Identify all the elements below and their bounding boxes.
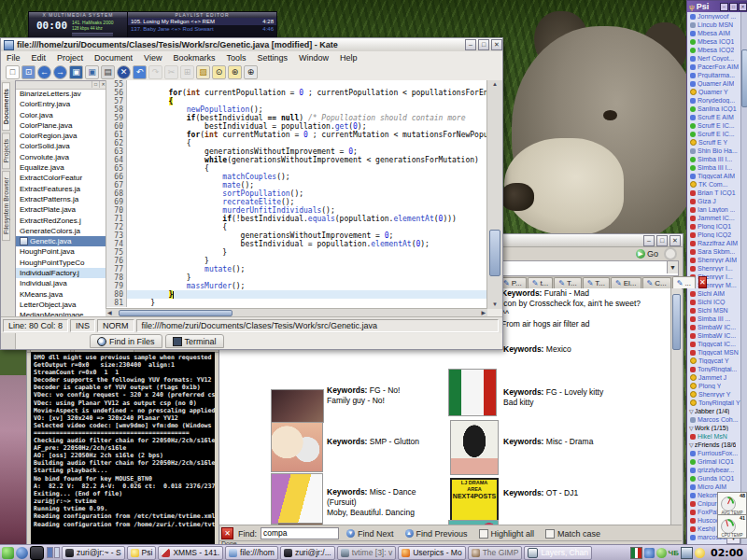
roster-contact[interactable]: Giza J <box>687 197 741 205</box>
firefox-scrollbar[interactable] <box>670 288 682 525</box>
browser-tab[interactable]: ✎t... <box>528 277 554 288</box>
roster-contact[interactable]: SimbaW IC... <box>687 331 741 340</box>
file-item[interactable]: Color.java <box>16 110 106 120</box>
browser-tab[interactable]: ✎C... <box>642 277 671 288</box>
konsole-window[interactable]: ShellShell No. 2 DMO dll might use previ… <box>26 338 219 548</box>
file-item[interactable]: ExtractRedZones.j <box>16 216 106 226</box>
code-editor[interactable]: 5556 for(int currentPopullation = 0 ; cu… <box>106 80 487 309</box>
menu-edit[interactable]: Edit <box>26 53 52 63</box>
userpic-image[interactable] <box>271 389 324 423</box>
roster-contact[interactable]: Sichi MSN <box>687 306 741 315</box>
roster-contact[interactable]: grizzlybear... <box>687 466 741 474</box>
userpic-image[interactable] <box>450 420 499 475</box>
file-item[interactable]: ExtractFeatures.ja <box>16 184 106 194</box>
file-list[interactable]: BinarizeLetters.javColorEntry.javaColor.… <box>16 89 106 324</box>
scroll-up-icon[interactable]: ▲ <box>492 80 498 89</box>
roster-contact[interactable]: SimbaW IC... <box>687 323 741 331</box>
save-as-icon[interactable]: ▣ <box>85 65 99 79</box>
file-item[interactable]: Convolute.java <box>16 152 106 162</box>
web-browser-icon[interactable] <box>16 547 28 559</box>
playlist-item[interactable]: 137. Baby Jane <+> Rod Stewart4:46 <box>128 25 276 33</box>
file-item[interactable]: ColorEntry.java <box>16 99 106 109</box>
find-next-button[interactable]: ▼ Find Next <box>346 529 394 539</box>
roster-contact[interactable]: Mbesa ICQ1 <box>687 37 741 46</box>
url-dropdown-icon[interactable]: ▼ <box>667 261 678 273</box>
userpic-image[interactable] <box>271 473 323 525</box>
file-item[interactable]: KMeans.java <box>16 289 106 300</box>
roster-contact[interactable]: Quamer Y <box>687 88 741 96</box>
roster-contact[interactable]: Micro AIM <box>687 483 741 491</box>
terminal-output[interactable]: DMO dll might use previous sample when r… <box>31 352 215 545</box>
minimize-icon[interactable]: – <box>643 235 655 246</box>
roster-contact[interactable]: Nerf Coyot... <box>687 54 741 63</box>
task-button[interactable]: Psi <box>127 546 157 560</box>
roster-contact[interactable]: Ian Layton ... <box>687 205 741 214</box>
roster-contact[interactable]: Tiggycat AIM <box>687 172 741 180</box>
file-item[interactable]: BinarizeLetters.jav <box>16 89 106 99</box>
scrollbar-thumb[interactable] <box>119 310 233 316</box>
roster-contact[interactable]: Mbesa AIM <box>687 29 741 37</box>
menu-view[interactable]: View <box>138 53 167 63</box>
roster-contact[interactable]: Plonq ICQ2 <box>687 231 741 239</box>
close-document-icon[interactable]: ✕ <box>117 65 131 79</box>
userpic-image[interactable] <box>271 422 323 472</box>
file-item[interactable]: HoughPointTypeCo <box>16 258 106 268</box>
roster-contact[interactable]: TonyRingtai... <box>687 365 741 373</box>
roster-group[interactable]: ▽Jabber (1/4) <box>687 407 741 415</box>
task-button[interactable]: Userpics - Mo <box>398 546 465 560</box>
xmms-playlist-items[interactable]: 105. Losing My Religon <+> REM4:28137. B… <box>128 18 276 33</box>
sidebar-tab-projects[interactable]: Projects <box>2 133 10 169</box>
kate-titlebar[interactable]: file:///home/zuri/Documents/Clases/Tesis… <box>1 38 502 52</box>
file-item[interactable]: ColorRegion.java <box>16 131 106 141</box>
roster-contact[interactable]: Shenryyr I... <box>687 264 741 273</box>
sidebar-tab-documents[interactable]: Documents <box>2 82 10 131</box>
roster-contact[interactable]: Simba III I... <box>687 155 741 163</box>
file-item[interactable]: HoughPoint.java <box>16 246 106 257</box>
pager-desktop-1[interactable] <box>47 547 53 558</box>
system-tray[interactable]: ЧБ <box>628 547 705 559</box>
find-icon[interactable]: ⊙ <box>212 65 226 79</box>
back-icon[interactable]: ← <box>37 65 51 79</box>
close-tab-icon[interactable]: ✕ <box>698 276 707 288</box>
roster-contact[interactable]: Sara Skbm... <box>687 247 741 256</box>
scrollbar-thumb[interactable] <box>672 294 681 350</box>
find-input[interactable]: compa <box>261 527 339 539</box>
roster-contact[interactable]: Sichi ICQ <box>687 298 741 306</box>
psi-bulb-icon[interactable] <box>695 548 705 558</box>
roster-contact[interactable]: Quamer AIM <box>687 79 741 88</box>
menu-file[interactable]: File <box>1 53 26 63</box>
roster-group[interactable]: ▽zFriends (18/6 <box>687 441 741 449</box>
roster-group[interactable]: ▽Work (1/15) <box>687 424 741 432</box>
roster-contact[interactable]: Gunda ICQ1 <box>687 474 741 483</box>
roster-contact[interactable]: Simba III ... <box>687 315 741 323</box>
find-toolbar[interactable]: ✕ Find: compa ▼ Find Next ▲ Find Previou… <box>217 525 682 541</box>
kate-sidebar-tabs[interactable]: DocumentsProjectsFilesystem Browser <box>1 80 16 349</box>
taskbar[interactable]: zuri@jr:~ - SPsiXMMS - 141.file:///homzu… <box>0 544 747 560</box>
roster-contact[interactable]: Scruff E AIM <box>687 113 741 121</box>
roster-contact[interactable]: Hikel MsN <box>687 432 741 441</box>
minimize-icon[interactable]: – <box>465 39 476 50</box>
browser-tab[interactable]: ✎El... <box>611 277 641 288</box>
roster-contact[interactable]: PacerFox AIM <box>687 63 741 71</box>
task-button[interactable]: tvtime [3]: v <box>337 546 396 560</box>
scrollbar-thumb[interactable] <box>741 49 747 107</box>
cut-icon[interactable]: ✂ <box>164 65 178 79</box>
maximize-icon[interactable]: □ <box>729 3 738 11</box>
undo-icon[interactable]: ↶ <box>133 65 147 79</box>
browser-tab[interactable]: ✎T... <box>554 277 581 288</box>
roster-contact[interactable]: Shenryyr AIM <box>687 256 741 264</box>
tool-view-find-in-files[interactable]: Find in Files <box>90 334 162 348</box>
roster-contact[interactable]: Tiggycat Y <box>687 357 741 365</box>
psi-scrollbar[interactable] <box>740 12 747 547</box>
sidebar-tab-filesystem-browser[interactable]: Filesystem Browser <box>2 171 10 241</box>
maximize-icon[interactable]: □ <box>478 39 489 50</box>
xmms-main-window[interactable]: X MULTIMEDIA SYSTEM 00:00 141. HaMsaks 2… <box>28 11 128 39</box>
open-folder-icon[interactable]: ⊡ <box>21 65 35 79</box>
task-button[interactable]: Layers, Chan <box>524 546 592 560</box>
xmms-playlist-window[interactable]: PLAYLIST EDITOR 105. Losing My Religon <… <box>127 11 277 39</box>
playlist-item[interactable]: 105. Losing My Religon <+> REM4:28 <box>128 18 276 25</box>
file-item[interactable]: IndividualFactory.j <box>16 268 106 278</box>
editor-vscrollbar[interactable]: ▲ ▼ <box>486 80 502 309</box>
browser-tab[interactable]: ✎... <box>672 276 696 288</box>
psi-titlebar[interactable]: ψ Psi – □ ✕ <box>687 1 747 12</box>
